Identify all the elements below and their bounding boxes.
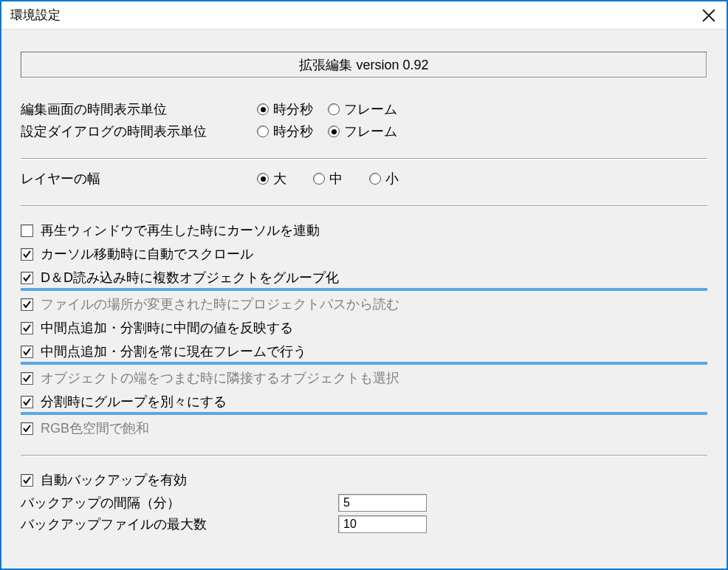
radio-icon — [328, 126, 340, 137]
checkbox-label: 中間点追加・分割を常に現在フレームで行う — [41, 343, 306, 360]
backup-interval-input[interactable] — [338, 494, 427, 512]
edit-time-unit-group: 時分秒 フレーム — [257, 100, 397, 118]
layer-width-row: レイヤーの幅 大 中 小 — [21, 170, 707, 188]
checkbox[interactable] — [21, 372, 33, 385]
radio-icon — [257, 126, 269, 137]
checkbox-midpoint-current-frame: 中間点追加・分割を常に現在フレームで行う — [21, 341, 707, 365]
checkbox-midpoint-reflect: 中間点追加・分割時に中間の値を反映する — [21, 317, 707, 338]
radio-icon — [328, 103, 340, 115]
checkbox-label: 自動バックアップを有効 — [41, 471, 187, 489]
checkbox-label: 中間点追加・分割時に中間の値を反映する — [41, 319, 293, 337]
window-title: 環境設定 — [10, 7, 61, 24]
divider — [21, 158, 707, 159]
radio-icon — [257, 173, 269, 185]
checkbox[interactable] — [21, 272, 33, 284]
radio-hms-edit[interactable]: 時分秒 — [257, 100, 313, 118]
checkbox[interactable] — [21, 248, 33, 261]
divider — [21, 455, 707, 456]
checkbox-label: ファイルの場所が変更された時にプロジェクトパスから読む — [41, 295, 399, 313]
checkbox[interactable] — [21, 422, 33, 435]
checkbox-label: オブジェクトの端をつまむ時に隣接するオブジェクトも選択 — [41, 369, 399, 387]
radio-label: フレーム — [344, 100, 397, 118]
backup-max-row: バックアップファイルの最大数 — [21, 515, 707, 533]
checkbox-label: D＆D読み込み時に複数オブジェクトをグループ化 — [41, 269, 339, 286]
preferences-window: 環境設定 拡張編集 version 0.92 編集画面の時間表示単位 時分秒 フ… — [0, 0, 728, 570]
checkbox[interactable] — [21, 474, 33, 487]
radio-label: 大 — [273, 170, 286, 188]
checkbox-adjacent-select: オブジェクトの端をつまむ時に隣接するオブジェクトも選択 — [21, 368, 707, 388]
backup-max-label: バックアップファイルの最大数 — [21, 515, 338, 533]
close-button[interactable] — [691, 1, 727, 29]
backup-interval-label: バックアップの間隔（分） — [21, 494, 338, 512]
checkbox-dnd-group: D＆D読み込み時に複数オブジェクトをグループ化 — [21, 267, 707, 291]
titlebar: 環境設定 — [1, 1, 727, 30]
checkbox-label: 分割時にグループを別々にする — [41, 393, 227, 411]
dialog-time-unit-group: 時分秒 フレーム — [257, 123, 397, 140]
checkbox[interactable] — [21, 224, 33, 237]
radio-label: 中 — [329, 170, 343, 188]
checkbox-label: 再生ウィンドウで再生した時にカーソルを連動 — [41, 222, 320, 239]
radio-icon — [313, 173, 325, 185]
checkbox-backup-enable: 自動バックアップを有効 — [21, 470, 707, 490]
radio-label: フレーム — [344, 123, 397, 140]
checkbox-list: 再生ウィンドウで再生した時にカーソルを連動 カーソル移動時に自動でスクロール D… — [21, 217, 707, 442]
radio-medium[interactable]: 中 — [313, 170, 343, 188]
checkbox-label: RGB色空間で飽和 — [41, 419, 149, 437]
dialog-time-unit-row: 設定ダイアログの時間表示単位 時分秒 フレーム — [21, 123, 707, 140]
checkbox[interactable] — [21, 396, 33, 408]
checkbox-label: カーソル移動時に自動でスクロール — [41, 245, 253, 263]
checkbox-auto-scroll: カーソル移動時に自動でスクロール — [21, 244, 707, 264]
close-icon — [702, 9, 715, 22]
radio-icon — [369, 173, 381, 185]
layer-width-group: 大 中 小 — [257, 170, 399, 188]
dialog-time-unit-label: 設定ダイアログの時間表示単位 — [21, 123, 257, 140]
divider — [21, 205, 707, 207]
radio-large[interactable]: 大 — [257, 170, 286, 188]
checkbox-rgb-saturate: RGB色空間で飽和 — [21, 418, 707, 439]
checkbox[interactable] — [21, 322, 33, 334]
content-area: 拡張編集 version 0.92 編集画面の時間表示単位 時分秒 フレーム — [1, 30, 727, 569]
radio-frame-dialog[interactable]: フレーム — [328, 123, 397, 140]
checkbox-playback-cursor-sync: 再生ウィンドウで再生した時にカーソルを連動 — [21, 220, 707, 241]
radio-label: 時分秒 — [273, 100, 313, 118]
layer-width-label: レイヤーの幅 — [21, 170, 257, 188]
version-box: 拡張編集 version 0.92 — [21, 52, 707, 78]
backup-section: 自動バックアップを有効 バックアップの間隔（分） バックアップファイルの最大数 — [21, 467, 707, 537]
checkbox[interactable] — [21, 298, 33, 311]
version-text: 拡張編集 version 0.92 — [299, 58, 428, 72]
radio-label: 小 — [385, 170, 399, 188]
radio-label: 時分秒 — [273, 123, 313, 140]
checkbox-project-path-read: ファイルの場所が変更された時にプロジェクトパスから読む — [21, 294, 707, 315]
edit-time-unit-label: 編集画面の時間表示単位 — [21, 100, 257, 118]
radio-icon — [257, 103, 269, 115]
radio-hms-dialog[interactable]: 時分秒 — [257, 123, 313, 140]
checkbox[interactable] — [21, 346, 33, 358]
checkbox-split-group-separate: 分割時にグループを別々にする — [21, 391, 707, 415]
backup-interval-row: バックアップの間隔（分） — [21, 494, 707, 512]
radio-frame-edit[interactable]: フレーム — [328, 100, 397, 118]
backup-max-input[interactable] — [338, 515, 427, 533]
radio-small[interactable]: 小 — [369, 170, 399, 188]
time-unit-section: 編集画面の時間表示単位 時分秒 フレーム 設定ダイアログの時間表示単位 — [21, 100, 707, 145]
edit-time-unit-row: 編集画面の時間表示単位 時分秒 フレーム — [21, 100, 707, 118]
